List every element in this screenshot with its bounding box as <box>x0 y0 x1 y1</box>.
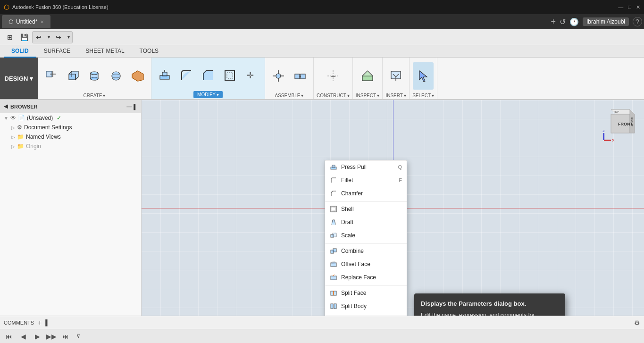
redo-dropdown-icon[interactable]: ▾ <box>65 31 72 43</box>
tab-solid[interactable]: SOLID <box>4 45 36 58</box>
browser-expand-icon[interactable]: ▌ <box>134 104 137 109</box>
select-section: SELECT ▾ <box>410 58 437 99</box>
menu-item-fillet[interactable]: Fillet F <box>325 174 407 187</box>
design-button[interactable]: DESIGN ▾ <box>0 58 38 99</box>
active-tab[interactable]: ⬡ Untitled* ✕ <box>2 15 50 28</box>
menu-item-split-body[interactable]: Split Body <box>325 300 407 313</box>
browser-back-icon[interactable]: ◀ <box>4 103 8 109</box>
create-pattern-btn[interactable] <box>127 62 148 90</box>
assemble-label[interactable]: ASSEMBLE ▾ <box>275 92 304 98</box>
tab-close-icon[interactable]: ✕ <box>40 19 44 25</box>
user-name[interactable]: Ibrahim Alzoubi <box>583 17 629 26</box>
nav-play-btn[interactable]: ▶ <box>32 331 42 342</box>
shell-btn[interactable] <box>219 62 240 89</box>
browser-item-origin[interactable]: ▷ 📁 Origin <box>0 142 141 151</box>
modify-dropdown-menu: Press Pull Q Fillet F Chamfer <box>325 160 407 316</box>
tab-sheet-metal[interactable]: SHEET METAL <box>78 45 132 58</box>
create-cylinder-btn[interactable] <box>84 62 105 90</box>
select-dropdown-icon: ▾ <box>432 93 434 98</box>
canvas-area[interactable]: FRONT RIGHT TOP X Z ✛ Press Pull <box>142 100 644 316</box>
move-copy-btn[interactable]: ✛ <box>241 62 262 89</box>
press-pull-menu-label: Press Pull <box>341 164 367 170</box>
view-cube[interactable]: FRONT RIGHT TOP X Z <box>602 105 639 142</box>
chamfer-icon <box>201 68 215 83</box>
joint-btn[interactable] <box>268 62 289 90</box>
split-body-menu-icon <box>330 302 337 310</box>
tab-surface[interactable]: SURFACE <box>36 45 78 58</box>
create-box-btn[interactable] <box>62 62 83 90</box>
insert-btn[interactable] <box>385 62 406 90</box>
root-visibility-icon[interactable]: 👁 <box>10 115 16 121</box>
undo-button[interactable]: ↩ <box>33 31 45 43</box>
refresh-icon[interactable]: ↺ <box>560 17 566 26</box>
add-tab-icon[interactable]: + <box>551 17 556 27</box>
minimize-icon[interactable]: — <box>618 4 623 10</box>
svg-rect-54 <box>332 262 335 264</box>
select-label[interactable]: SELECT ▾ <box>412 92 434 98</box>
modify-label[interactable]: MODIFY ▾ <box>193 91 223 98</box>
settings-icon[interactable]: ⚙ <box>634 319 640 326</box>
create-label[interactable]: CREATE ▾ <box>84 92 106 98</box>
nav-first-btn[interactable]: ⏮ <box>4 331 14 342</box>
timeline-filter-icon[interactable]: ⊽ <box>76 333 80 339</box>
press-pull-btn[interactable] <box>154 62 175 89</box>
browser-item-doc-settings[interactable]: ▷ ⚙ Document Settings <box>0 123 141 132</box>
menu-item-chamfer[interactable]: Chamfer <box>325 187 407 200</box>
save-button[interactable]: 💾 <box>18 31 30 43</box>
create-sphere-btn[interactable] <box>106 62 126 90</box>
grid-icon[interactable]: ⊞ <box>4 31 16 43</box>
tabbar: ⬡ Untitled* ✕ + ↺ 🕐 Ibrahim Alzoubi ? <box>0 14 644 29</box>
as-built-joint-btn[interactable] <box>290 62 310 90</box>
root-label: (Unsaved) <box>27 115 53 121</box>
insert-icon <box>389 69 403 83</box>
menu-item-offset-face[interactable]: Offset Face <box>325 258 407 271</box>
undo-dropdown-icon[interactable]: ▾ <box>45 31 52 43</box>
tab-label: Untitled* <box>16 18 37 25</box>
help-icon[interactable]: ? <box>633 17 642 26</box>
add-comment-icon[interactable]: + <box>38 319 42 326</box>
nav-last-btn[interactable]: ⏭ <box>60 331 71 342</box>
browser-title: BROWSER <box>10 104 37 109</box>
create-new-component-btn[interactable] <box>41 62 61 90</box>
comments-expand-icon[interactable]: ▌ <box>45 319 50 326</box>
create-box-icon <box>66 69 80 83</box>
svg-text:⊢: ⊢ <box>330 73 336 80</box>
tab-tools[interactable]: TOOLS <box>132 45 166 58</box>
history-icon[interactable]: 🕐 <box>569 17 579 26</box>
menu-item-press-pull[interactable]: Press Pull Q <box>325 160 407 174</box>
svg-point-10 <box>91 72 98 75</box>
svg-rect-4 <box>69 74 75 80</box>
browser-item-named-views[interactable]: ▷ 📁 Named Views <box>0 132 141 142</box>
select-btn[interactable] <box>413 62 434 90</box>
browser-item-root[interactable]: ▼ 👁 📄 (Unsaved) ✓ <box>0 113 141 123</box>
joint-icon <box>271 69 285 83</box>
close-icon[interactable]: ✕ <box>636 4 640 10</box>
construct-label[interactable]: CONSTRUCT ▾ <box>317 92 350 98</box>
modify-label-text: MODIFY <box>197 92 216 97</box>
menu-item-combine[interactable]: Combine <box>325 244 407 258</box>
inspect-label[interactable]: INSPECT ▾ <box>356 92 379 98</box>
fillet-btn[interactable] <box>176 62 197 89</box>
title-controls[interactable]: — □ ✕ <box>618 4 640 10</box>
maximize-icon[interactable]: □ <box>628 4 631 10</box>
insert-label[interactable]: INSERT ▾ <box>385 92 406 98</box>
inspect-btn[interactable] <box>357 62 378 90</box>
svg-text:✛: ✛ <box>247 71 254 80</box>
menu-item-draft[interactable]: Draft <box>325 216 407 229</box>
menu-item-silhouette-split[interactable]: Silhouette Split <box>325 313 407 316</box>
menu-item-split-face[interactable]: Split Face <box>325 286 407 300</box>
browser-collapse-icon[interactable]: — <box>126 104 132 109</box>
menu-item-replace-face[interactable]: Replace Face <box>325 271 407 284</box>
construct-plane-btn[interactable]: ⊢ <box>323 62 343 90</box>
nav-prev-btn[interactable]: ◀ <box>18 331 28 342</box>
root-expand-icon: ▼ <box>4 116 8 121</box>
menu-item-scale[interactable]: Scale <box>325 229 407 242</box>
redo-button[interactable]: ↪ <box>52 31 65 43</box>
nav-next-btn[interactable]: ▶▶ <box>46 331 57 342</box>
chamfer-btn[interactable] <box>198 62 218 89</box>
doc-settings-expand-icon: ▷ <box>11 125 15 130</box>
svg-rect-55 <box>331 276 336 280</box>
shell-icon <box>223 68 237 83</box>
menu-item-shell[interactable]: Shell <box>325 202 407 216</box>
replace-face-menu-icon <box>330 274 337 281</box>
